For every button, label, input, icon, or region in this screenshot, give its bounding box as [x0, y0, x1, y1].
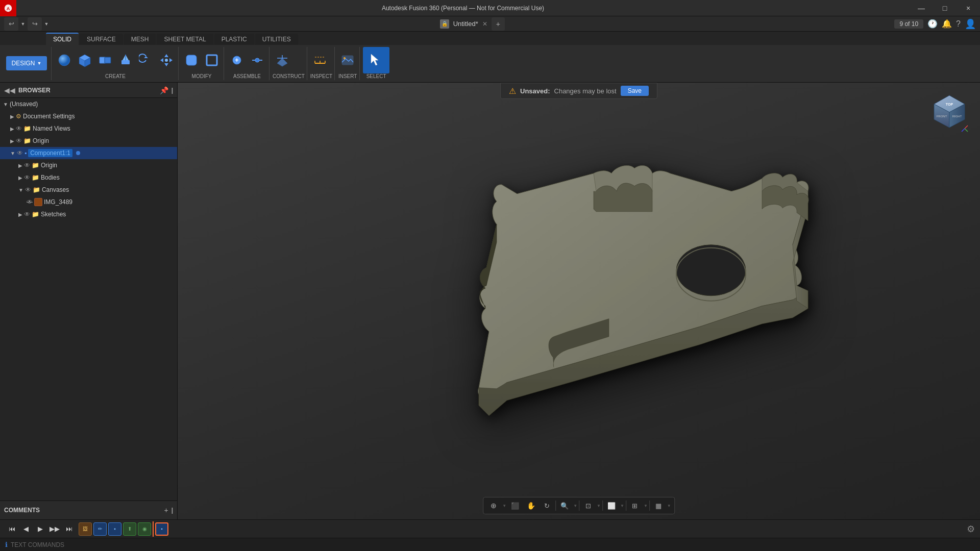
canvases-eye-icon[interactable]: 👁	[25, 186, 31, 193]
construct-plane-button[interactable]	[273, 47, 292, 73]
origin-inner-eye-icon[interactable]: 👁	[24, 162, 30, 169]
timeline-item-active[interactable]: ▪	[155, 522, 168, 536]
inspect-measure-button[interactable]	[310, 47, 330, 73]
history-button[interactable]: 🕐	[927, 19, 938, 29]
tab-solid[interactable]: SOLID	[46, 33, 79, 45]
assemble-tools: +	[227, 47, 267, 73]
page-counter[interactable]: 9 of 10	[894, 19, 923, 29]
create-sphere-button[interactable]	[55, 47, 74, 73]
timeline-item-3[interactable]: ▪	[108, 522, 121, 536]
assemble-joint-button[interactable]	[248, 47, 267, 73]
timeline-item-1[interactable]: 🖼	[79, 522, 92, 536]
svg-text:+: +	[235, 57, 238, 64]
prev-button[interactable]: ◀	[19, 522, 33, 536]
timeline-marker[interactable]	[153, 521, 154, 537]
undo-dropdown[interactable]: ▼	[19, 17, 27, 31]
tab-mesh[interactable]: MESH	[124, 34, 156, 45]
img3489-visibility-icon[interactable]: 👁	[27, 198, 33, 206]
timeline-settings-button[interactable]: ⚙	[967, 523, 975, 535]
display-mode-button[interactable]: ⬜	[604, 499, 619, 512]
modify-tools	[182, 47, 222, 73]
create-join-button[interactable]	[95, 47, 115, 73]
create-extrude-button[interactable]	[116, 47, 135, 73]
doc-settings-arrow: ▶	[10, 114, 14, 119]
notifications-button[interactable]: 🔔	[942, 19, 952, 29]
browser-header: ◀◀ BROWSER 📌 |	[0, 83, 177, 98]
go-first-button[interactable]: ⏮	[5, 522, 18, 536]
browser-collapse-button[interactable]: |	[172, 87, 173, 94]
save-button[interactable]: Save	[621, 86, 649, 96]
browser-canvases-item[interactable]: ▼ 👁 📁 Canvases	[0, 184, 177, 196]
account-button[interactable]: 👤	[965, 18, 976, 30]
capture-button[interactable]: ⬛	[508, 499, 522, 512]
design-button[interactable]: DESIGN ▼	[6, 56, 47, 70]
modify-fillet-button[interactable]	[182, 47, 201, 73]
vp-divider4	[626, 500, 626, 511]
visual-style-button[interactable]: ▦	[651, 499, 666, 512]
go-last-button[interactable]: ⏭	[62, 522, 76, 536]
browser-pin-button[interactable]: 📌	[160, 86, 168, 94]
maximize-button[interactable]: □	[933, 0, 957, 16]
timeline-item-2[interactable]: ✏	[93, 522, 107, 536]
redo-button[interactable]: ↪	[28, 17, 42, 31]
origin-inner-folder-icon: 📁	[32, 162, 39, 169]
browser-root-item[interactable]: ▼ (Unsaved)	[0, 98, 177, 110]
tab-plastic[interactable]: PLASTIC	[214, 34, 254, 45]
comments-add-button[interactable]: +	[164, 506, 168, 514]
origin-inner-label: Origin	[41, 162, 57, 169]
create-revolve-button[interactable]	[136, 47, 156, 73]
orbit-button[interactable]: ↻	[540, 499, 554, 512]
modify-shell-button[interactable]	[202, 47, 222, 73]
next-button[interactable]: ▶▶	[48, 522, 61, 536]
undo-button[interactable]: ↩	[4, 17, 18, 31]
tab-sheet-metal[interactable]: SHEET METAL	[157, 34, 213, 45]
named-views-eye-icon[interactable]: 👁	[16, 125, 22, 132]
text-commands-icon[interactable]: ℹ	[5, 541, 8, 548]
sketches-arrow: ▶	[18, 212, 22, 217]
browser-bodies-item[interactable]: ▶ 👁 📁 Bodies	[0, 171, 177, 184]
comments-collapse-button[interactable]: |	[172, 507, 173, 514]
create-move-button[interactable]	[157, 47, 176, 73]
timeline-item-5[interactable]: ◉	[138, 522, 151, 536]
origin-top-eye-icon[interactable]: 👁	[16, 137, 22, 144]
tab-utilities[interactable]: UTILITIES	[255, 34, 298, 45]
vp-divider1	[555, 500, 556, 511]
header-right-controls: 9 of 10 🕐 🔔 ? 👤	[894, 18, 976, 30]
close-button[interactable]: ×	[957, 0, 980, 16]
pan-button[interactable]: ✋	[524, 499, 538, 512]
create-box-button[interactable]	[75, 47, 94, 73]
browser-back-button[interactable]: ◀◀	[4, 86, 15, 94]
assemble-new-button[interactable]: +	[227, 47, 247, 73]
redo-dropdown[interactable]: ▼	[43, 17, 50, 31]
grid-button[interactable]: ⊞	[628, 499, 642, 512]
play-button[interactable]: ▶	[34, 522, 47, 536]
bodies-arrow: ▶	[18, 175, 22, 181]
viewcube-container[interactable]: TOP FRONT RIGHT	[929, 93, 970, 135]
help-button[interactable]: ?	[956, 19, 961, 29]
browser-img3489-item[interactable]: 👁 IMG_3489	[0, 196, 177, 208]
browser-origin-inner-item[interactable]: ▶ 👁 📁 Origin	[0, 159, 177, 171]
select-button[interactable]	[363, 47, 389, 73]
browser-component1-item[interactable]: ▼ 👁 ▪ Component1:1	[0, 147, 177, 159]
timeline-item-4[interactable]: ⬆	[123, 522, 136, 536]
browser-sketches-item[interactable]: ▶ 👁 📁 Sketches	[0, 208, 177, 220]
browser-named-views-item[interactable]: ▶ 👁 📁 Named Views	[0, 122, 177, 135]
component1-eye-icon[interactable]: 👁	[17, 149, 23, 157]
canvases-folder-icon: 📁	[33, 186, 40, 193]
sketches-eye-icon[interactable]: 👁	[24, 211, 30, 218]
construct-group: CONSTRUCT	[271, 47, 307, 80]
add-doc-button[interactable]: +	[492, 17, 505, 31]
inspect-label: INSPECT	[310, 73, 332, 80]
tab-surface[interactable]: SURFACE	[80, 34, 123, 45]
browser-doc-settings-item[interactable]: ▶ ⚙ Document Settings	[0, 110, 177, 122]
fit-view-button[interactable]: ⊡	[581, 499, 595, 512]
minimize-button[interactable]: —	[910, 0, 933, 16]
close-doc-button[interactable]: ✕	[482, 20, 487, 28]
browser-origin-top-item[interactable]: ▶ 👁 📁 Origin	[0, 135, 177, 147]
bodies-eye-icon[interactable]: 👁	[24, 174, 30, 181]
zoom-button[interactable]: 🔍	[557, 499, 572, 512]
vp-divider5	[649, 500, 650, 511]
component1-box-icon: ▪	[24, 149, 27, 157]
insert-image-button[interactable]	[338, 47, 357, 73]
orbit-mode-button[interactable]: ⊕	[486, 499, 501, 512]
